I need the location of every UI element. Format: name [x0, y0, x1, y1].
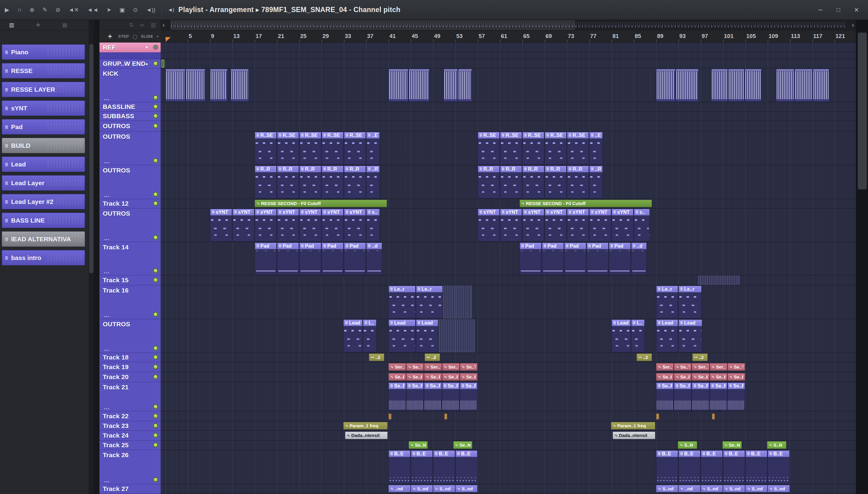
pattern-clip[interactable]: ≣Pad — [564, 243, 586, 275]
pattern-clip[interactable]: ≣R..SE — [567, 132, 589, 165]
automation-clip[interactable]: ∿S..nd — [701, 485, 723, 492]
automation-clip[interactable]: ∿S..nd — [745, 485, 767, 492]
pattern-clip[interactable]: ≣sYNT — [210, 209, 232, 242]
track-name-cell[interactable]: OUTROS… — [99, 319, 161, 353]
automation-clip[interactable]: ∿Se..E — [424, 373, 441, 381]
pattern-clip[interactable]: ≣Pad — [519, 243, 541, 275]
pattern-clip[interactable]: ≣..R — [589, 166, 603, 198]
mute-led[interactable] — [154, 355, 158, 359]
paperclip-icon[interactable]: ⊕ — [29, 6, 34, 13]
playhead-marker[interactable] — [165, 37, 171, 42]
mute-led[interactable] — [154, 478, 158, 482]
pattern-clip[interactable]: ≣..d — [366, 243, 382, 275]
pattern-clip[interactable]: ≣Lead — [612, 319, 631, 352]
pattern-clip[interactable]: ≣Pad — [344, 243, 366, 275]
pattern-clip[interactable]: ≣Pad — [255, 243, 277, 275]
automation-clip[interactable]: ∿Se..T — [674, 363, 691, 370]
track-name-cell[interactable]: OUTROS… — [99, 165, 161, 199]
pattern-clip[interactable]: ≣sYNT — [344, 209, 366, 242]
bricks-view-icon[interactable]: ▥ — [9, 22, 14, 28]
mute-led[interactable] — [154, 414, 158, 418]
playlist-grid[interactable]: ≣R..SE≣R..SE≣R..SE≣R..SE≣R..SE≣..E≣R..SE… — [161, 42, 856, 494]
automation-clip[interactable]: ∿Se..N — [409, 441, 428, 449]
mute-led[interactable] — [154, 433, 158, 437]
pattern-clip[interactable]: ≣B..E — [745, 450, 767, 484]
selection-frame-icon[interactable]: ▣ — [119, 6, 125, 13]
pattern-clip[interactable]: ≣B..E — [656, 450, 678, 484]
automation-clip[interactable]: ∿..nd — [678, 485, 701, 492]
mute-led[interactable] — [154, 114, 158, 118]
automation-clip[interactable]: ∿RESSE SECOND - Fil Cutoff — [255, 200, 387, 207]
pattern-clip[interactable]: ≣sYNT — [545, 209, 567, 242]
track-name-cell[interactable]: Track 19 — [99, 362, 161, 372]
marker-clip[interactable] — [389, 414, 392, 419]
pattern-clip[interactable]: ≣Pad — [299, 243, 321, 275]
pattern-clip[interactable]: ≣s.. — [634, 209, 650, 242]
pattern-clip[interactable]: ≣R..SE — [500, 132, 522, 165]
pattern-clip[interactable]: ≣sYNT — [321, 209, 343, 242]
automation-clip[interactable]: ∿RESSE SECOND - Fil Cutoff — [519, 200, 652, 207]
track-name-cell[interactable]: Track 25 — [99, 441, 161, 450]
audio-clip[interactable] — [186, 69, 205, 102]
pattern-clip[interactable]: ≣..R — [366, 166, 380, 198]
play-icon[interactable]: ▶ — [5, 6, 9, 13]
speaker-icon[interactable]: ◄) — [168, 7, 174, 13]
audio-clip[interactable] — [711, 69, 728, 102]
automation-clip[interactable]: ∿Se..E — [460, 373, 477, 381]
pattern-clip[interactable]: ≣R..R — [344, 166, 366, 198]
pattern-clip[interactable]: ≣R..SE — [277, 132, 299, 165]
automation-clip[interactable]: ∿Se..E — [389, 373, 406, 381]
pattern-clip[interactable]: ≣sYNT — [299, 209, 321, 242]
slide-link-icon[interactable]: ∞ — [140, 22, 144, 28]
pattern-clip[interactable]: ≣L.. — [363, 319, 376, 352]
automation-clip[interactable]: ∿Se..T — [728, 363, 745, 370]
picker-item[interactable]: ≣bass intro — [2, 250, 85, 265]
arrange-icon[interactable]: ⇅ — [129, 22, 134, 28]
automation-clip[interactable]: ∿Ser..T — [710, 363, 727, 370]
pattern-clip[interactable]: ≣sYNT — [500, 209, 522, 242]
track-name-cell[interactable]: KICK… — [99, 69, 161, 102]
pattern-clip[interactable]: ≣Pad — [587, 243, 609, 275]
track-name-cell[interactable]: SUBBASS — [99, 112, 161, 121]
automation-clip[interactable]: ∿Dada..ntensit — [345, 432, 388, 439]
automation-clip[interactable]: ∿Se..T — [460, 363, 477, 370]
automation-clip[interactable]: ∿Dada..ntensit — [613, 432, 655, 439]
minimize-button[interactable]: ─ — [818, 6, 823, 14]
volume-icon[interactable]: ◄)) — [146, 7, 155, 13]
pattern-clip[interactable]: ≣R..R — [277, 166, 299, 198]
pattern-clip[interactable]: ≣Se..R — [406, 382, 424, 411]
mute-led[interactable] — [154, 405, 158, 408]
headphones-icon[interactable]: ∩ — [18, 7, 22, 13]
pattern-clip[interactable]: ≣Le..r — [656, 286, 678, 319]
pattern-clip[interactable]: ≣Lead — [678, 319, 702, 352]
pattern-clip[interactable]: ≣Pad — [609, 243, 631, 275]
pattern-clip[interactable]: ≣sYNT — [522, 209, 544, 242]
picker-scrollbar-thumb[interactable] — [89, 44, 94, 273]
track-name-cell[interactable]: Track 16… — [99, 285, 161, 319]
grid-view-icon[interactable]: ▦ — [62, 22, 67, 28]
automation-clip[interactable]: ∿Param..1 freq — [611, 422, 655, 430]
pattern-clip[interactable]: ≣Le..r — [416, 286, 443, 319]
picker-item[interactable]: ≣BUILD — [2, 138, 85, 153]
pattern-clip[interactable]: ≣Pad — [277, 243, 299, 275]
collapse-arrow-icon[interactable]: ▲ — [145, 61, 149, 66]
pattern-clip[interactable]: ≣sYNT — [612, 209, 633, 242]
picker-item[interactable]: ≣sYNT — [2, 100, 85, 116]
picker-item[interactable]: ≣Lead Layer — [2, 175, 85, 191]
scroll-left-button[interactable]: ‹ — [162, 21, 165, 28]
pattern-clip[interactable]: ≣R..R — [522, 166, 544, 198]
track-name-cell[interactable]: Track 15 — [99, 276, 161, 285]
pattern-clip[interactable]: ≣..d — [631, 243, 647, 275]
audio-clip[interactable] — [389, 69, 408, 102]
automation-clip[interactable]: ∿S..nd — [433, 485, 455, 492]
automation-clip[interactable]: ∿Ser..T — [692, 363, 709, 370]
pattern-clip[interactable]: ≣R..R — [321, 166, 343, 198]
track-name-cell[interactable]: OUTROS… — [99, 132, 161, 165]
horizontal-scrollbar[interactable]: ‹ › — [161, 20, 856, 31]
automation-clip[interactable]: ∿Se..E — [728, 373, 745, 381]
automation-clip[interactable]: ∿S..nd — [656, 485, 678, 492]
pattern-clip[interactable]: ≣..E — [366, 132, 380, 165]
step-toggle[interactable]: STEP — [118, 34, 129, 39]
disable-icon[interactable]: ⊘ — [56, 6, 60, 13]
pattern-clip[interactable]: ≣B..E — [389, 450, 411, 484]
